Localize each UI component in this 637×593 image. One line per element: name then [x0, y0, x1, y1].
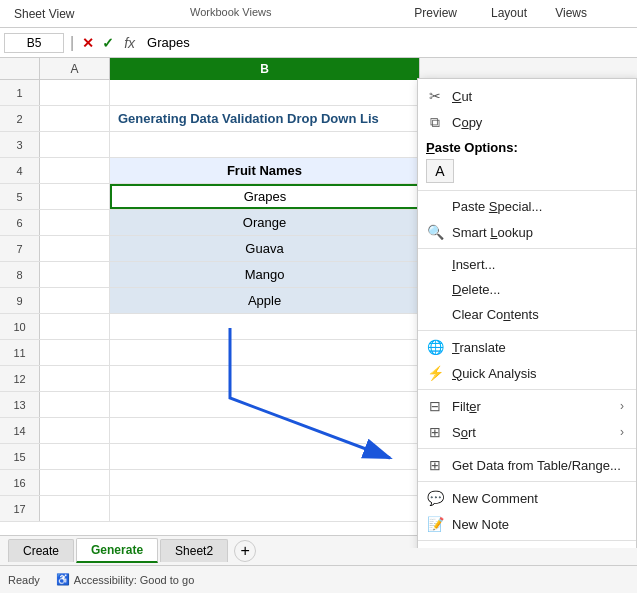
menu-item-paste-special[interactable]: Paste Special...: [418, 194, 636, 219]
menu-item-get-data[interactable]: ⊞ Get Data from Table/Range...: [418, 452, 636, 478]
translate-icon: 🌐: [426, 339, 444, 355]
row-num-9: 9: [0, 288, 40, 313]
sheet-tab-create[interactable]: Create: [8, 539, 74, 562]
cell-a7[interactable]: [40, 236, 110, 261]
menu-item-quick-analysis[interactable]: ⚡ Quick Analysis: [418, 360, 636, 386]
ribbon-layout[interactable]: Layout: [491, 6, 527, 20]
row-num-3: 3: [0, 132, 40, 157]
status-bar: Ready ♿ Accessibility: Good to go: [0, 565, 637, 593]
cell-a2[interactable]: [40, 106, 110, 131]
ribbon-views[interactable]: Views: [555, 6, 587, 20]
menu-quick-analysis-label: Quick Analysis: [452, 366, 537, 381]
menu-item-clear-contents[interactable]: Clear Contents: [418, 302, 636, 327]
menu-translate-label: Translate: [452, 340, 506, 355]
row-num-2: 2: [0, 106, 40, 131]
cancel-formula-icon[interactable]: ✕: [80, 35, 96, 51]
cell-a17[interactable]: [40, 496, 110, 521]
paste-option-buttons: A: [426, 159, 628, 183]
paste-btn-default[interactable]: A: [426, 159, 454, 183]
get-data-icon: ⊞: [426, 457, 444, 473]
cell-b4[interactable]: Fruit Names: [110, 158, 420, 183]
row-num-10: 10: [0, 314, 40, 339]
cell-a13[interactable]: [40, 392, 110, 417]
formula-bar: | ✕ ✓ fx: [0, 28, 637, 58]
cell-a9[interactable]: [40, 288, 110, 313]
cell-b1[interactable]: [110, 80, 420, 105]
cell-a14[interactable]: [40, 418, 110, 443]
context-menu: ✂ Cut ⧉ Copy Paste Options: A Paste Spec…: [417, 78, 637, 548]
cell-b3[interactable]: [110, 132, 420, 157]
col-header-a[interactable]: A: [40, 58, 110, 80]
corner-cell: [0, 58, 40, 79]
paste-options-section: Paste Options: A: [418, 136, 636, 187]
cell-a3[interactable]: [40, 132, 110, 157]
row-num-13: 13: [0, 392, 40, 417]
menu-item-new-comment[interactable]: 💬 New Comment: [418, 485, 636, 511]
cell-a12[interactable]: [40, 366, 110, 391]
menu-clear-contents-label: Clear Contents: [452, 307, 539, 322]
menu-item-new-note[interactable]: 📝 New Note: [418, 511, 636, 537]
menu-delete-label: Delete...: [452, 282, 500, 297]
cell-b6[interactable]: Orange: [110, 210, 420, 235]
menu-item-translate[interactable]: 🌐 Translate: [418, 334, 636, 360]
smart-lookup-icon: 🔍: [426, 224, 444, 240]
cell-b12[interactable]: [110, 366, 420, 391]
formula-input[interactable]: [143, 33, 633, 52]
row-num-4: 4: [0, 158, 40, 183]
menu-item-sort[interactable]: ⊞ Sort ›: [418, 419, 636, 445]
cell-b2[interactable]: Generating Data Validation Drop Down Lis: [110, 106, 420, 131]
menu-copy-label: Copy: [452, 115, 482, 130]
cell-b11[interactable]: [110, 340, 420, 365]
menu-filter-label: Filter: [452, 399, 481, 414]
cell-a15[interactable]: [40, 444, 110, 469]
cell-b15[interactable]: [110, 444, 420, 469]
new-comment-icon: 💬: [426, 490, 444, 506]
cell-b14[interactable]: [110, 418, 420, 443]
cell-a16[interactable]: [40, 470, 110, 495]
formula-bar-divider: |: [70, 34, 74, 52]
menu-item-filter[interactable]: ⊟ Filter ›: [418, 393, 636, 419]
cell-a11[interactable]: [40, 340, 110, 365]
cell-reference-box[interactable]: [4, 33, 64, 53]
add-sheet-button[interactable]: +: [234, 540, 256, 562]
cell-b9[interactable]: Apple: [110, 288, 420, 313]
confirm-formula-icon[interactable]: ✓: [100, 35, 116, 51]
menu-item-insert[interactable]: Insert...: [418, 252, 636, 277]
cell-a1[interactable]: [40, 80, 110, 105]
accessibility-label: Accessibility: Good to go: [74, 574, 194, 586]
ribbon-preview[interactable]: Preview: [414, 6, 457, 20]
sheet-tab-generate[interactable]: Generate: [76, 538, 158, 563]
cell-b13[interactable]: [110, 392, 420, 417]
workbook-views-label: Workbook Views: [190, 6, 272, 18]
row-num-7: 7: [0, 236, 40, 261]
menu-item-smart-lookup[interactable]: 🔍 Smart Lookup: [418, 219, 636, 245]
cell-a5[interactable]: [40, 184, 110, 209]
cell-b17[interactable]: [110, 496, 420, 521]
cell-a4[interactable]: [40, 158, 110, 183]
sheet-tab-sheet2[interactable]: Sheet2: [160, 539, 228, 562]
menu-item-format-cells[interactable]: Format Cells...: [418, 544, 636, 548]
row-num-1: 1: [0, 80, 40, 105]
row-num-16: 16: [0, 470, 40, 495]
cell-a10[interactable]: [40, 314, 110, 339]
menu-item-delete[interactable]: Delete...: [418, 277, 636, 302]
cell-b10[interactable]: [110, 314, 420, 339]
ribbon-tab-sheet-view[interactable]: Sheet View: [8, 5, 81, 23]
cell-a6[interactable]: [40, 210, 110, 235]
menu-cut-label: Cut: [452, 89, 472, 104]
col-header-b[interactable]: B: [110, 58, 420, 80]
accessibility-status: ♿ Accessibility: Good to go: [56, 573, 194, 586]
ready-label: Ready: [8, 574, 40, 586]
menu-item-copy[interactable]: ⧉ Copy: [418, 109, 636, 136]
row-num-8: 8: [0, 262, 40, 287]
cell-a8[interactable]: [40, 262, 110, 287]
cell-b8[interactable]: Mango: [110, 262, 420, 287]
row-num-5: 5: [0, 184, 40, 209]
spreadsheet-area: A B 1 2 Generating Data Validation Drop …: [0, 58, 637, 548]
cell-b5[interactable]: Grapes: [110, 184, 420, 209]
cell-b16[interactable]: [110, 470, 420, 495]
filter-icon: ⊟: [426, 398, 444, 414]
menu-smart-lookup-label: Smart Lookup: [452, 225, 533, 240]
cell-b7[interactable]: Guava: [110, 236, 420, 261]
menu-item-cut[interactable]: ✂ Cut: [418, 83, 636, 109]
